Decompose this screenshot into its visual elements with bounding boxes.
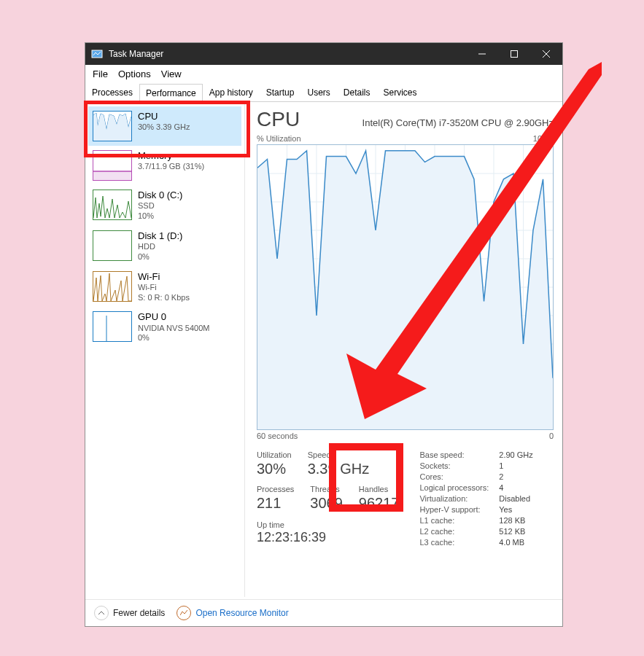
l1-cache-value: 128 KB	[499, 516, 532, 525]
hyperv-label: Hyper-V support:	[419, 505, 489, 514]
base-speed-label: Base speed:	[419, 450, 489, 459]
window-title: Task Manager	[109, 49, 163, 59]
titlebar[interactable]: Task Manager	[85, 43, 562, 65]
processes-label: Processes	[257, 485, 294, 493]
l2-cache-label: L2 cache:	[419, 527, 489, 536]
tab-details[interactable]: Details	[337, 83, 377, 101]
sidebar-item-sub: 3.7/11.9 GB (31%)	[138, 162, 204, 172]
handles-label: Handles	[359, 485, 400, 493]
sidebar-item-gpu[interactable]: GPU 0 NVIDIA NVS 5400M 0%	[88, 307, 241, 348]
threads-label: Threads	[310, 485, 343, 493]
page-title: CPU	[257, 108, 300, 131]
l2-cache-value: 512 KB	[499, 527, 532, 536]
sockets-value: 1	[499, 461, 532, 470]
svg-rect-2	[511, 51, 518, 58]
l3-cache-label: L3 cache:	[419, 538, 489, 547]
sidebar-item-memory[interactable]: Memory 3.7/11.9 GB (31%)	[88, 146, 241, 185]
sidebar-item-sub: HDD	[138, 242, 182, 252]
cpu-model: Intel(R) Core(TM) i7-3520M CPU @ 2.90GHz	[316, 117, 554, 128]
sidebar-item-sub2: S: 0 R: 0 Kbps	[138, 293, 190, 303]
hyperv-value: Yes	[499, 505, 532, 514]
menubar: File Options View	[85, 65, 562, 83]
y-axis-label: % Utilization	[257, 134, 301, 143]
cores-value: 2	[499, 472, 532, 481]
tab-users[interactable]: Users	[300, 83, 336, 101]
sidebar-item-sub2: 0%	[138, 252, 182, 262]
sidebar-item-disk1[interactable]: Disk 1 (D:) HDD 0%	[88, 226, 241, 267]
l1-cache-label: L1 cache:	[419, 516, 489, 525]
sidebar-item-sub2: 0%	[138, 333, 209, 343]
disk-thumbnail-icon	[93, 230, 132, 261]
speed-value: 3.39 GHz	[308, 461, 369, 477]
tab-processes[interactable]: Processes	[85, 83, 139, 101]
tab-app-history[interactable]: App history	[203, 83, 260, 101]
processes-value: 211	[257, 495, 294, 512]
open-resource-monitor-link[interactable]: Open Resource Monitor	[176, 606, 288, 620]
sidebar-item-cpu[interactable]: CPU 30% 3.39 GHz	[88, 106, 241, 146]
l3-cache-value: 4.0 MB	[499, 538, 532, 547]
sidebar-item-disk0[interactable]: Disk 0 (C:) SSD 10%	[88, 185, 241, 226]
uptime-label: Up time	[257, 520, 284, 529]
tab-startup[interactable]: Startup	[260, 83, 301, 101]
sidebar-item-label: CPU	[138, 111, 190, 122]
utilization-value: 30%	[257, 461, 292, 477]
sidebar-item-sub: 30% 3.39 GHz	[138, 122, 190, 133]
x-axis-right: 0	[549, 432, 554, 440]
chevron-up-icon	[94, 606, 109, 620]
sidebar: CPU 30% 3.39 GHz Memory 3.7/11.9 GB (31%…	[85, 102, 245, 597]
tab-bar: Processes Performance App history Startu…	[85, 83, 562, 102]
svg-rect-6	[93, 171, 131, 180]
footer: Fewer details Open Resource Monitor	[85, 599, 562, 626]
threads-value: 3069	[310, 495, 343, 512]
menu-file[interactable]: File	[93, 69, 108, 79]
logical-processors-label: Logical processors:	[419, 483, 489, 492]
sidebar-item-label: Disk 0 (C:)	[138, 190, 182, 201]
memory-thumbnail-icon	[93, 150, 132, 181]
speed-label: Speed	[308, 450, 369, 459]
maximize-button[interactable]	[498, 43, 530, 65]
tab-performance[interactable]: Performance	[139, 84, 203, 102]
sockets-label: Sockets:	[419, 461, 489, 470]
base-speed-value: 2.90 GHz	[499, 450, 532, 459]
resource-monitor-icon	[176, 606, 191, 620]
x-axis-left: 60 seconds	[257, 432, 298, 440]
open-resource-monitor-label: Open Resource Monitor	[195, 608, 288, 618]
menu-options[interactable]: Options	[118, 69, 151, 79]
sidebar-item-label: Memory	[138, 150, 204, 162]
close-button[interactable]	[530, 43, 562, 65]
uptime-value: 12:23:16:39	[257, 530, 326, 544]
cpu-details: Base speed:2.90 GHz Sockets:1 Cores:2 Lo…	[419, 450, 532, 547]
svg-marker-5	[93, 113, 131, 141]
minimize-button[interactable]	[466, 43, 498, 65]
fewer-details-label: Fewer details	[113, 608, 165, 618]
cores-label: Cores:	[419, 472, 489, 481]
sidebar-item-label: GPU 0	[138, 311, 209, 323]
menu-view[interactable]: View	[161, 69, 182, 79]
tab-services[interactable]: Services	[377, 83, 424, 101]
disk-thumbnail-icon	[93, 190, 132, 220]
wifi-thumbnail-icon	[93, 271, 132, 302]
handles-value: 96217	[359, 495, 400, 512]
sidebar-item-sub2: 10%	[138, 211, 182, 222]
sidebar-item-label: Disk 1 (D:)	[138, 230, 182, 242]
task-manager-icon	[91, 48, 103, 60]
task-manager-window: Task Manager File Options View Processes…	[85, 42, 563, 627]
fewer-details-button[interactable]: Fewer details	[94, 606, 165, 620]
logical-processors-value: 4	[499, 483, 532, 492]
sidebar-item-wifi[interactable]: Wi-Fi Wi-Fi S: 0 R: 0 Kbps	[88, 267, 241, 308]
sidebar-item-label: Wi-Fi	[138, 271, 190, 283]
virtualization-value: Disabled	[499, 494, 532, 503]
virtualization-label: Virtualization:	[419, 494, 489, 503]
cpu-utilization-graph[interactable]	[257, 144, 554, 430]
sidebar-item-sub: SSD	[138, 201, 182, 211]
y-axis-max: 100%	[533, 134, 554, 143]
utilization-label: Utilization	[257, 450, 292, 459]
sidebar-item-sub: NVIDIA NVS 5400M	[138, 324, 209, 334]
sidebar-item-sub: Wi-Fi	[138, 283, 190, 293]
cpu-thumbnail-icon	[93, 111, 132, 141]
gpu-thumbnail-icon	[93, 311, 132, 342]
performance-main: CPU Intel(R) Core(TM) i7-3520M CPU @ 2.9…	[245, 102, 562, 597]
